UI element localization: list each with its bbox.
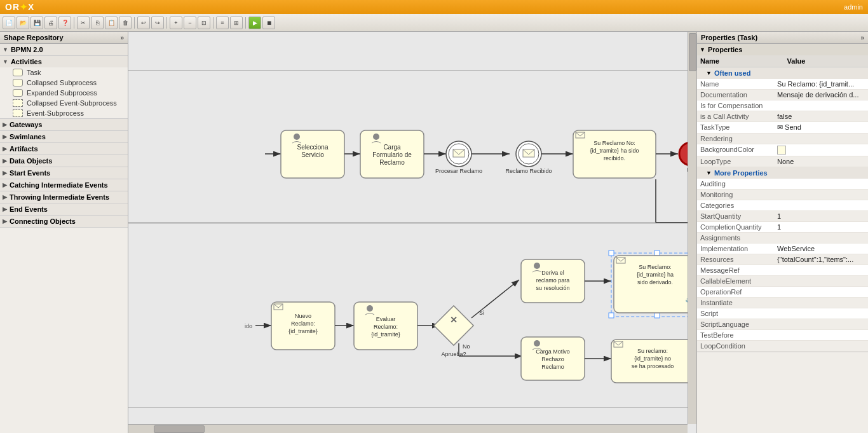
prop-row-categories[interactable]: Categories xyxy=(697,200,868,211)
data-objects-header[interactable]: ▶ Data Objects xyxy=(0,155,128,167)
print-button[interactable]: 🖨 xyxy=(44,17,57,29)
prop-startqty-value[interactable]: 1 xyxy=(774,211,868,222)
prop-row-script[interactable]: Script xyxy=(697,308,868,319)
prop-tasktype-value[interactable]: ✉ Send xyxy=(774,122,868,134)
zoom-in-button[interactable]: + xyxy=(170,17,182,29)
prop-row-tasktype[interactable]: TaskType ✉ Send xyxy=(697,122,868,134)
properties-section-header[interactable]: ▼ Properties xyxy=(697,44,868,55)
selection-handle[interactable] xyxy=(654,251,660,256)
delete-button[interactable]: 🗑 xyxy=(119,17,132,29)
selection-handle[interactable] xyxy=(654,313,660,318)
selection-handle[interactable] xyxy=(609,313,614,318)
prop-name-value[interactable]: Su Reclamo: {id_tramit... xyxy=(774,79,868,90)
paste-button[interactable]: 📋 xyxy=(105,17,118,29)
connecting-objects-header[interactable]: ▶ Connecting Objects xyxy=(0,216,128,227)
canvas-area[interactable]: Selecciona Servicio Carga Formulario de … xyxy=(128,32,696,433)
activities-header[interactable]: ▼ Activities xyxy=(0,56,128,67)
play-button[interactable]: ▶ xyxy=(248,17,261,29)
diagram-canvas[interactable]: Selecciona Servicio Carga Formulario de … xyxy=(128,32,688,424)
often-used-header[interactable]: ▼ Often used xyxy=(697,67,868,79)
vertical-scroll-thumb[interactable] xyxy=(689,33,696,71)
new-button[interactable]: 📄 xyxy=(3,17,15,29)
prop-row-looptype[interactable]: LoopType None xyxy=(697,156,868,167)
prop-row-bgcolor[interactable]: BackgroundColor xyxy=(697,144,868,156)
prop-row-loopcondition[interactable]: LoopCondition xyxy=(697,341,868,352)
gateway-aprueba[interactable] xyxy=(434,306,473,345)
start-events-header[interactable]: ▶ Start Events xyxy=(0,167,128,179)
align-button[interactable]: ≡ xyxy=(216,17,229,29)
prop-implementation-value[interactable]: WebService xyxy=(774,244,868,254)
prop-row-compensation[interactable]: Is for Compensation xyxy=(697,100,868,111)
prop-bgcolor-value[interactable] xyxy=(774,144,868,156)
prop-row-instantiate[interactable]: Instantiate xyxy=(697,298,868,308)
collapsed-event-subprocess-item[interactable]: Collapsed Event-Subprocess xyxy=(0,98,128,108)
prop-row-documentation[interactable]: Documentation Mensaje de derivación d... xyxy=(697,90,868,100)
collapsed-subprocess-item[interactable]: Collapsed Subprocess xyxy=(0,78,128,88)
prop-row-completionqty[interactable]: CompletionQuantity 1 xyxy=(697,222,868,233)
prop-callableelement-value[interactable] xyxy=(774,276,868,287)
gateways-header[interactable]: ▶ Gateways xyxy=(0,119,128,130)
event-fin-1[interactable] xyxy=(679,142,688,165)
grid-button[interactable]: ⊞ xyxy=(230,17,243,29)
prop-loopcondition-value[interactable] xyxy=(774,341,868,352)
event-subprocess-item[interactable]: Event-Subprocess xyxy=(0,108,128,118)
vertical-scrollbar[interactable] xyxy=(688,32,696,424)
catching-intermediate-header[interactable]: ▶ Catching Intermediate Events xyxy=(0,179,128,191)
properties-panel-collapse-button[interactable]: » xyxy=(860,34,864,41)
prop-row-implementation[interactable]: Implementation WebService xyxy=(697,244,868,254)
open-button[interactable]: 📂 xyxy=(17,17,29,29)
more-properties-header[interactable]: ▼ More Properties xyxy=(697,167,868,179)
prop-rendering-value[interactable] xyxy=(774,134,868,144)
horizontal-scroll-thumb[interactable] xyxy=(154,425,205,433)
prop-row-assignments[interactable]: Assignments xyxy=(697,233,868,244)
cut-button[interactable]: ✂ xyxy=(77,17,90,29)
prop-row-auditing[interactable]: Auditing xyxy=(697,179,868,189)
prop-categories-value[interactable] xyxy=(774,200,868,211)
task-item[interactable]: Task xyxy=(0,67,128,78)
throwing-intermediate-header[interactable]: ▶ Throwing Intermediate Events xyxy=(0,191,128,203)
selection-handle[interactable] xyxy=(609,251,614,256)
undo-button[interactable]: ↩ xyxy=(137,17,150,29)
prop-looptype-value[interactable]: None xyxy=(774,156,868,167)
prop-row-testbefore[interactable]: TestBefore xyxy=(697,330,868,341)
task-su-reclamo-no[interactable] xyxy=(573,130,656,178)
bgcolor-swatch[interactable] xyxy=(777,146,786,155)
stop-button[interactable]: ⏹ xyxy=(262,17,275,29)
fit-button[interactable]: ⊡ xyxy=(198,17,210,29)
prop-row-rendering[interactable]: Rendering xyxy=(697,134,868,144)
prop-resources-value[interactable]: {"totalCount":1,"items":... xyxy=(774,254,868,265)
save-button[interactable]: 💾 xyxy=(31,17,43,29)
prop-row-monitoring[interactable]: Monitoring xyxy=(697,189,868,200)
prop-row-resources[interactable]: Resources {"totalCount":1,"items":... xyxy=(697,254,868,265)
zoom-out-button[interactable]: − xyxy=(184,17,196,29)
prop-row-call-activity[interactable]: is a Call Activity false xyxy=(697,111,868,122)
prop-assignments-value[interactable] xyxy=(774,233,868,244)
prop-row-name[interactable]: Name Su Reclamo: {id_tramit... xyxy=(697,79,868,90)
artifacts-header[interactable]: ▶ Artifacts xyxy=(0,143,128,155)
horizontal-scrollbar[interactable] xyxy=(128,424,688,433)
copy-button[interactable]: ⎘ xyxy=(91,17,104,29)
swimlanes-header[interactable]: ▶ Swimlanes xyxy=(0,131,128,142)
prop-instantiate-value[interactable] xyxy=(774,298,868,308)
prop-call-activity-value[interactable]: false xyxy=(774,111,868,122)
expanded-subprocess-item[interactable]: Expanded Subprocess xyxy=(0,88,128,98)
prop-auditing-value[interactable] xyxy=(774,179,868,189)
prop-testbefore-value[interactable] xyxy=(774,330,868,341)
prop-scriptlanguage-value[interactable] xyxy=(774,319,868,330)
bpmn-header[interactable]: ▼ BPMN 2.0 xyxy=(0,44,128,55)
prop-operationref-value[interactable] xyxy=(774,287,868,298)
prop-row-callableelement[interactable]: CallableElement xyxy=(697,276,868,287)
panel-collapse-button[interactable]: » xyxy=(120,34,124,41)
redo-button[interactable]: ↪ xyxy=(151,17,164,29)
prop-compensation-value[interactable] xyxy=(774,100,868,111)
help-button[interactable]: ❓ xyxy=(58,17,71,29)
prop-script-value[interactable] xyxy=(774,308,868,319)
prop-row-messageref[interactable]: MessageRef xyxy=(697,265,868,276)
prop-row-scriptlanguage[interactable]: ScriptLanguage xyxy=(697,319,868,330)
prop-row-startqty[interactable]: StartQuantity 1 xyxy=(697,211,868,222)
prop-completionqty-value[interactable]: 1 xyxy=(774,222,868,233)
prop-messageref-value[interactable] xyxy=(774,265,868,276)
prop-documentation-value[interactable]: Mensaje de derivación d... xyxy=(774,90,868,100)
prop-row-operationref[interactable]: OperationRef xyxy=(697,287,868,298)
end-events-header[interactable]: ▶ End Events xyxy=(0,203,128,215)
